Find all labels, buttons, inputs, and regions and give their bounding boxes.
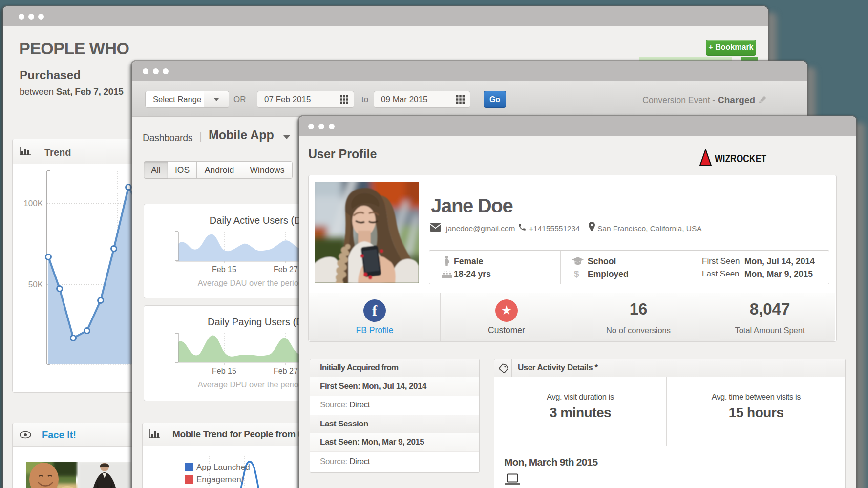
svg-text:100K: 100K xyxy=(23,199,43,208)
svg-text:App Launched: App Launched xyxy=(196,463,250,472)
svg-text:50K: 50K xyxy=(28,280,43,289)
svg-text:WIZROCKET: WIZROCKET xyxy=(715,152,766,165)
svg-text:Engagement: Engagement xyxy=(196,475,244,484)
